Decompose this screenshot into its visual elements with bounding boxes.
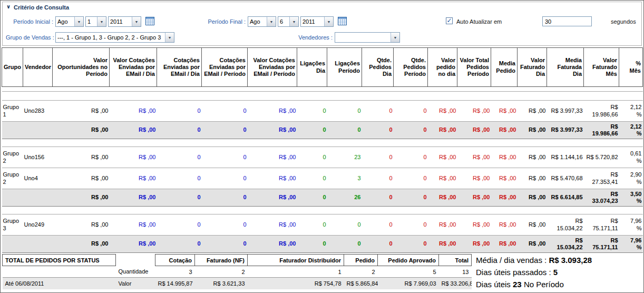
criteria-panel: ∨ Critério de Consulta Período Inicial :…	[2, 2, 642, 46]
cell-valor-faturado-dia: R$ ,00	[518, 189, 547, 207]
cell-valor-faturado-dia: R$ ,00	[518, 147, 547, 168]
periodo-inicial-month-select[interactable]: Ago ▼	[55, 16, 84, 27]
cell-valor-cotacoes-email-periodo: R$ ,00	[248, 189, 297, 207]
cell-ligacoes-dia: 0	[297, 214, 327, 236]
cell-cotacoes-email-dia: 0	[157, 122, 202, 139]
status-header-row: TOTAL DE PEDIDOS POR STATUS Cotação Fatu…	[3, 255, 472, 266]
cell-grupo	[2, 122, 23, 139]
cell-cotacoes-email-dia: 0	[157, 147, 202, 168]
grupo-de-vendas-label: Grupo de Vendas :	[6, 34, 53, 41]
cell-qtde-pedidos-periodo: 0	[394, 189, 428, 207]
select-value	[335, 33, 391, 42]
cell-valor-cotacoes-email-dia: R$ ,00	[110, 214, 157, 236]
cell-valor-total-pedidos-periodo: R$ ,00	[457, 214, 491, 236]
cell-valor-total-pedidos-periodo: R$ ,00	[457, 101, 491, 122]
column-header-valor-oportunidades-periodo: Valor Oportunidades no Período	[53, 48, 110, 87]
cell-grupo: Grupo 3	[2, 214, 23, 236]
calendar-icon[interactable]	[338, 17, 347, 25]
dropdown-arrow-icon: ▼	[289, 17, 298, 26]
cell-media-faturada-dia: R$ 3.997,33	[547, 122, 584, 139]
status-col-header-faturado-nf: Faturado (NF)	[195, 255, 248, 266]
calendar-icon[interactable]	[145, 17, 154, 25]
dropdown-arrow-icon: ▼	[267, 17, 276, 26]
vendedores-label: Vendedores :	[288, 34, 333, 41]
sales-dashboard-page: ∨ Critério de Consulta Período Inicial :…	[0, 0, 644, 293]
cell-valor-pedido-dia: R$ ,00	[428, 147, 457, 168]
cell-valor-faturado-dia: R$ ,00	[518, 122, 547, 139]
bottom-section: TOTAL DE PEDIDOS POR STATUS Cotação Fatu…	[2, 254, 642, 291]
quantidade-pedido: 2	[344, 266, 378, 278]
spacer-cell	[2, 92, 643, 101]
periodo-final-month-select[interactable]: Ago ▼	[248, 16, 276, 27]
cell-ligacoes-periodo: 26	[327, 189, 362, 207]
periodo-inicial-day-select[interactable]: 1 ▼	[85, 16, 106, 27]
grupo-de-vendas-select[interactable]: ---, 1 - Grupo 1, 3 - Grupo 2, 2 - Grupo…	[55, 32, 174, 43]
cell-valor-faturado-dia: R$ ,00	[518, 236, 547, 253]
cell-valor-cotacoes-email-dia: R$ ,00	[110, 189, 157, 207]
periodo-final-year-select[interactable]: 2011 ▼	[300, 16, 334, 27]
subtotal-row: R$ ,00R$ ,0000R$ ,000000R$ ,00R$ ,00R$ ,…	[2, 236, 643, 253]
vendor-row: Grupo 1Uno283R$ ,00R$ ,0000R$ ,000000R$ …	[2, 101, 643, 122]
cell-cotacoes-email-dia: 0	[157, 236, 202, 253]
periodo-final-day-select[interactable]: 6 ▼	[278, 16, 299, 27]
cell-qtde-pedidos-periodo: 0	[394, 236, 428, 253]
cell-cotacoes-email-periodo: 0	[202, 101, 248, 122]
column-header-ligacoes-dia: Ligações Dia	[297, 48, 327, 87]
cell-media-pedido: R$ ,00	[491, 147, 518, 168]
select-value: 2011	[109, 17, 132, 26]
column-header-valor-faturado-mes: Valor Faturado Mês	[584, 48, 619, 87]
dias-periodo-suffix: No Período	[524, 280, 564, 289]
collapse-icon[interactable]: ∨	[6, 4, 11, 9]
cell-valor-faturado-mes: R$ 75.171,11	[584, 214, 619, 236]
cell-grupo	[2, 189, 23, 207]
cell-media-pedido: R$ ,00	[491, 189, 518, 207]
cell-valor-cotacoes-email-periodo: R$ ,00	[248, 236, 297, 253]
vendedores-select[interactable]: ▼	[335, 32, 400, 43]
cell-valor-cotacoes-email-periodo: R$ ,00	[248, 101, 297, 122]
auto-atualizar-checkbox[interactable]: ✓	[446, 17, 453, 24]
cell-media-pedido: R$ ,00	[491, 101, 518, 122]
cell-pct-mes: 0,61 %	[619, 147, 643, 168]
cell-qtde-pedidos-periodo: 0	[394, 101, 428, 122]
cell-qtde-pedidos-periodo: 0	[394, 168, 428, 189]
dropdown-arrow-icon: ▼	[165, 33, 174, 42]
cell-qtde-pedidos-dia: 0	[362, 122, 394, 139]
column-header-valor-cotacoes-email-dia: Valor Cotações Enviadas por EMail / Dia	[110, 48, 157, 87]
cell-media-faturada-dia: R$ 6.614,85	[547, 189, 584, 207]
auto-atualizar-seconds-input[interactable]	[542, 16, 592, 26]
cell-valor-faturado-mes: R$ 19.986,66	[584, 122, 619, 139]
cell-valor-faturado-mes: R$ 27.353,41	[584, 168, 619, 189]
subtotal-row: R$ ,00R$ ,0000R$ ,000000R$ ,00R$ ,00R$ ,…	[2, 122, 643, 139]
column-header-pct-mes: % Mês	[619, 48, 643, 87]
cell-cotacoes-email-periodo: 0	[202, 236, 248, 253]
column-header-valor-faturado-dia: Valor Faturado Dia	[518, 48, 547, 87]
cell-valor-cotacoes-email-dia: R$ ,00	[110, 122, 157, 139]
periodo-inicial-year-select[interactable]: 2011 ▼	[108, 16, 141, 27]
valor-total: R$ 33.206,85	[439, 278, 472, 289]
table-header-row: GrupoVendedorValor Oportunidades no Perí…	[2, 48, 643, 87]
status-col-header-pedido: Pedido	[344, 255, 378, 266]
cell-valor-oportunidades-periodo: R$ ,00	[53, 236, 110, 253]
quantidade-faturador-distribuidor: 1	[248, 266, 344, 278]
cell-ligacoes-periodo: 23	[327, 147, 362, 168]
column-header-cotacoes-email-dia: Cotações Enviadas por EMail / Dia	[157, 48, 202, 87]
cell-media-pedido: R$ ,00	[491, 122, 518, 139]
cell-media-faturada-dia: R$ 15.034,22	[547, 214, 584, 236]
cell-valor-total-pedidos-periodo: R$ ,00	[457, 236, 491, 253]
select-value: 2011	[301, 17, 324, 26]
cell-vendedor	[23, 236, 53, 253]
column-header-valor-total-pedidos-periodo: Valor Total Pedidos Período	[457, 48, 491, 87]
cell-valor-cotacoes-email-dia: R$ ,00	[110, 236, 157, 253]
cell-qtde-pedidos-dia: 0	[362, 236, 394, 253]
cell-valor-oportunidades-periodo: R$ ,00	[53, 168, 110, 189]
cell-vendedor: Uno283	[23, 101, 53, 122]
status-col-header-pedido-aprovado: Pedido Aprovado	[378, 255, 439, 266]
cell-ligacoes-periodo: 3	[327, 168, 362, 189]
summary-panel: Média / dia vendas : R$ 3.093,28 Dias út…	[472, 254, 642, 291]
cell-pct-mes: 7,96 %	[619, 214, 643, 236]
select-value: 1	[86, 17, 97, 26]
cell-valor-oportunidades-periodo: R$ ,00	[53, 189, 110, 207]
valor-pedido-aprovado: R$ 7.969,03	[378, 278, 439, 289]
vendor-row: Grupo 2Uno4R$ ,00R$ ,0000R$ ,000300R$ ,0…	[2, 168, 643, 189]
cell-grupo: Grupo 2	[2, 168, 23, 189]
